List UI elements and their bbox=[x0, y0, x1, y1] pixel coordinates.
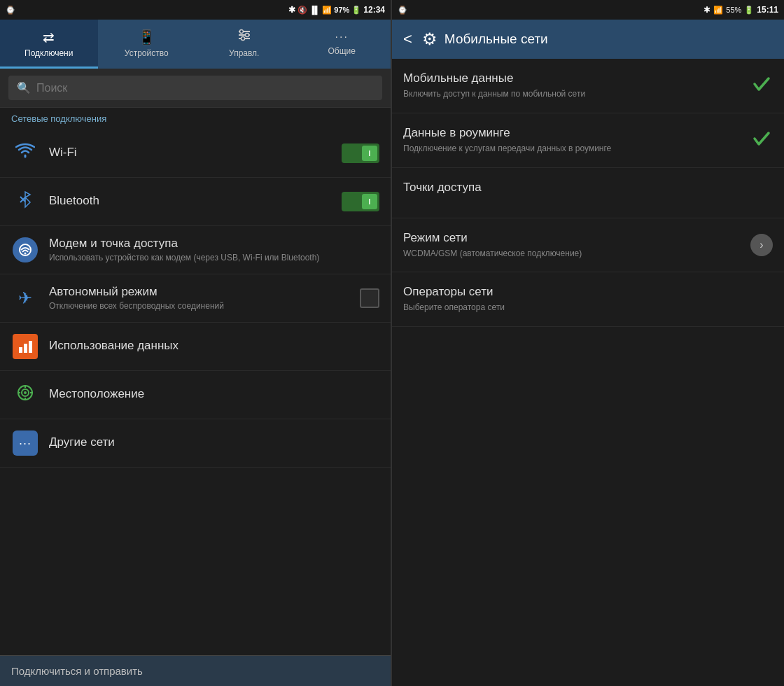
bluetooth-icon bbox=[18, 190, 33, 213]
airplane-text: Автономный режим Отключение всех беспров… bbox=[49, 285, 360, 312]
left-clock: 12:34 bbox=[363, 5, 385, 15]
signal2-icon: 📶 bbox=[322, 6, 332, 15]
right-clock: 15:11 bbox=[757, 5, 778, 15]
right-watch-icon: ⌚ bbox=[398, 6, 407, 14]
airplane-title: Автономный режим bbox=[49, 285, 360, 299]
datausage-setting[interactable]: Использование данных bbox=[0, 323, 391, 371]
bluetooth-title: Bluetooth bbox=[49, 194, 342, 208]
tab-device-label: Устройство bbox=[125, 48, 169, 58]
wifi-title: Wi-Fi bbox=[49, 146, 342, 160]
datausage-title: Использование данных bbox=[49, 339, 379, 353]
wifi-toggle[interactable]: I bbox=[342, 144, 379, 163]
svg-point-3 bbox=[239, 30, 243, 34]
wifi-text: Wi-Fi bbox=[49, 146, 342, 161]
left-status-bar: ⌚ ✱ 🔇 ▐▌ 📶 97% 🔋 12:34 bbox=[0, 0, 391, 20]
bottom-bar[interactable]: Подключиться и отправить bbox=[0, 655, 391, 686]
search-input[interactable] bbox=[36, 82, 374, 94]
tab-general-label: Общие bbox=[328, 46, 356, 56]
datausage-text: Использование данных bbox=[49, 339, 379, 354]
general-icon: ··· bbox=[335, 31, 349, 43]
other-setting[interactable]: ··· Другие сети bbox=[0, 419, 391, 468]
tab-connections[interactable]: ⇄ Подключени bbox=[0, 20, 98, 69]
operators-subtitle: Выберите оператора сети bbox=[403, 302, 773, 314]
operators-title: Операторы сети bbox=[403, 285, 773, 299]
network-mode-subtitle: WCDMA/GSM (автоматическое подключение) bbox=[403, 248, 750, 260]
right-panel: ⌚ ✱ 📶 55% 🔋 15:11 < ⚙ Мобильные сети Моб… bbox=[392, 0, 784, 686]
left-status-left: ⌚ bbox=[6, 6, 15, 15]
search-icon: 🔍 bbox=[17, 81, 31, 94]
bluetooth-toggle-inner: I bbox=[362, 194, 377, 209]
location-icon bbox=[16, 384, 34, 406]
tab-control[interactable]: Управл. bbox=[195, 20, 293, 69]
network-mode-setting[interactable]: Режим сети WCDMA/GSM (автоматическое под… bbox=[392, 218, 784, 273]
mobile-data-text: Мобильные данные Включить доступ к данны… bbox=[403, 71, 750, 100]
mute-icon: 🔇 bbox=[298, 6, 307, 15]
right-battery-pct: 55% bbox=[726, 6, 741, 14]
modem-icon-wrap bbox=[11, 236, 39, 264]
svg-rect-8 bbox=[19, 347, 22, 353]
right-status-left: ⌚ bbox=[398, 6, 407, 15]
network-mode-text: Режим сети WCDMA/GSM (автоматическое под… bbox=[403, 231, 750, 260]
bluetooth-toggle[interactable]: I bbox=[342, 192, 379, 211]
access-points-setting[interactable]: Точки доступа bbox=[392, 168, 784, 218]
bluetooth-icon-wrap bbox=[11, 188, 39, 216]
right-top-bar-title: Мобильные сети bbox=[444, 31, 548, 47]
modem-title: Модем и точка доступа bbox=[49, 237, 379, 251]
tab-control-label: Управл. bbox=[229, 48, 259, 58]
svg-rect-10 bbox=[29, 341, 32, 353]
right-status-bar: ⌚ ✱ 📶 55% 🔋 15:11 bbox=[392, 0, 784, 20]
right-top-bar: < ⚙ Мобильные сети bbox=[392, 20, 784, 59]
right-signal-icon: 📶 bbox=[713, 6, 723, 15]
svg-point-5 bbox=[241, 37, 244, 41]
bluetooth-text: Bluetooth bbox=[49, 194, 342, 209]
roaming-subtitle: Подключение к услугам передачи данных в … bbox=[403, 143, 750, 155]
left-status-right: ✱ 🔇 ▐▌ 📶 97% 🔋 12:34 bbox=[288, 5, 385, 15]
other-icon-wrap: ··· bbox=[11, 429, 39, 457]
battery-icon-left: 🔋 bbox=[351, 6, 361, 15]
operators-setting[interactable]: Операторы сети Выберите оператора сети bbox=[392, 272, 784, 327]
modem-setting[interactable]: Модем и точка доступа Использовать устро… bbox=[0, 226, 391, 274]
airplane-setting[interactable]: ✈ Автономный режим Отключение всех беспр… bbox=[0, 274, 391, 323]
bluetooth-setting[interactable]: Bluetooth I bbox=[0, 178, 391, 226]
mobile-data-subtitle: Включить доступ к данным по мобильной се… bbox=[403, 88, 750, 100]
svg-point-4 bbox=[245, 34, 248, 37]
roaming-setting[interactable]: Данные в роуминге Подключение к услугам … bbox=[392, 113, 784, 168]
modem-icon bbox=[13, 237, 38, 262]
mobile-data-setting[interactable]: Мобильные данные Включить доступ к данны… bbox=[392, 59, 784, 113]
left-panel: ⌚ ✱ 🔇 ▐▌ 📶 97% 🔋 12:34 ⇄ Подключени 📱 Ус… bbox=[0, 0, 392, 686]
connections-icon: ⇄ bbox=[43, 29, 55, 46]
wifi-icon bbox=[15, 143, 35, 164]
airplane-icon-wrap: ✈ bbox=[11, 284, 39, 312]
network-mode-title: Режим сети bbox=[403, 231, 750, 245]
tab-general[interactable]: ··· Общие bbox=[293, 20, 391, 69]
other-title: Другие сети bbox=[49, 435, 379, 449]
search-wrapper[interactable]: 🔍 bbox=[8, 76, 382, 100]
signal-icon: ▐▌ bbox=[309, 6, 321, 14]
settings-list: Wi-Fi I Bluetooth I bbox=[0, 130, 391, 655]
wifi-icon-wrap bbox=[11, 139, 39, 167]
modem-subtitle: Использовать устройство как модем (через… bbox=[49, 252, 379, 264]
svg-point-17 bbox=[24, 391, 27, 394]
location-text: Местоположение bbox=[49, 387, 379, 402]
settings-gear-icon: ⚙ bbox=[422, 29, 438, 49]
search-bar: 🔍 bbox=[0, 69, 391, 108]
other-text: Другие сети bbox=[49, 435, 379, 451]
svg-rect-9 bbox=[24, 344, 27, 353]
other-icon: ··· bbox=[13, 430, 38, 456]
back-button[interactable]: < bbox=[400, 27, 415, 51]
tab-device[interactable]: 📱 Устройство bbox=[98, 20, 196, 69]
right-status-right: ✱ 📶 55% 🔋 15:11 bbox=[704, 5, 778, 15]
roaming-checkmark bbox=[750, 127, 773, 150]
control-icon bbox=[237, 28, 251, 46]
network-mode-arrow[interactable]: › bbox=[750, 234, 773, 256]
mobile-data-checkmark bbox=[750, 73, 773, 95]
datausage-icon-wrap bbox=[11, 332, 39, 360]
location-setting[interactable]: Местоположение bbox=[0, 371, 391, 419]
tabs-bar: ⇄ Подключени 📱 Устройство Управл. ··· bbox=[0, 20, 391, 69]
right-battery-icon: 🔋 bbox=[744, 6, 754, 15]
wifi-setting[interactable]: Wi-Fi I bbox=[0, 130, 391, 178]
wifi-toggle-inner: I bbox=[362, 146, 377, 161]
airplane-checkbox[interactable] bbox=[360, 288, 379, 308]
watch-icon: ⌚ bbox=[6, 6, 15, 15]
airplane-subtitle: Отключение всех беспроводных соединений bbox=[49, 300, 360, 312]
